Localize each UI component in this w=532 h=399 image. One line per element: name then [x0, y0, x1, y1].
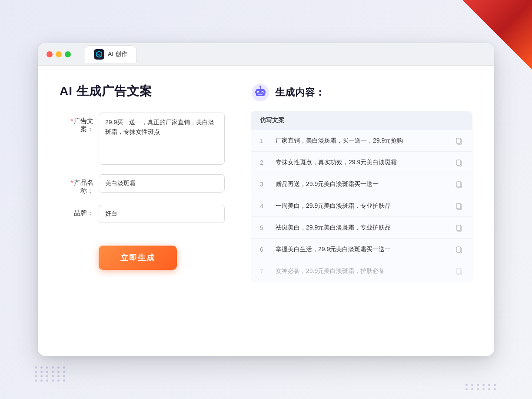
browser-content: AI 生成广告文案 *广告文案： 29.9买一送一，真正的厂家直销，美白淡斑霜，…: [38, 66, 494, 356]
row-text-3: 赠品再送，29.9元美白淡斑霜买一送一: [276, 180, 448, 189]
copy-icon-6[interactable]: [455, 245, 463, 254]
svg-rect-16: [456, 160, 461, 165]
minimize-button[interactable]: [56, 51, 62, 57]
close-button[interactable]: [47, 51, 53, 57]
copy-icon-5[interactable]: [455, 223, 463, 232]
row-text-1: 厂家直销，美白淡斑霜，买一送一，29.9元抢购: [276, 136, 448, 145]
row-number-1: 1: [260, 137, 269, 144]
table-header: 仿写文案: [251, 111, 472, 130]
copy-icon-3[interactable]: [455, 180, 463, 189]
row-text-6: 掌握美白生活，29.9元美白淡斑霜买一送一: [276, 245, 448, 254]
right-panel-title: 生成内容：: [275, 86, 325, 99]
copy-icon-4[interactable]: [455, 202, 463, 210]
svg-rect-20: [456, 203, 461, 209]
row-number-7: 7: [260, 268, 269, 275]
results-table: 仿写文案 1 厂家直销，美白淡斑霜，买一送一，29.9元抢购 2 专抹女性斑点，…: [251, 111, 472, 282]
brand-input[interactable]: [99, 205, 225, 223]
tab-bar: AI AI 创作: [85, 45, 136, 63]
copy-icon-7[interactable]: [455, 267, 463, 276]
row-number-5: 5: [260, 224, 269, 231]
tab-label: AI 创作: [108, 50, 127, 58]
bg-dots-left: [35, 366, 66, 382]
brand-label: 品牌：: [60, 205, 99, 217]
result-row-5: 5 祛斑美白，29.9元美白淡斑霜，专业护肤品: [251, 217, 472, 239]
result-row-2: 2 专抹女性斑点，真实功效，29.9元美白淡斑霜: [251, 152, 472, 173]
row-number-4: 4: [260, 203, 269, 209]
result-row-3: 3 赠品再送，29.9元美白淡斑霜买一送一: [251, 173, 472, 195]
product-name-label: *产品名称：: [60, 174, 99, 195]
svg-rect-22: [456, 225, 461, 230]
ad-text-required-star: *: [70, 117, 73, 124]
submit-button[interactable]: 立即生成: [99, 246, 177, 270]
bg-dots-right: [466, 384, 497, 390]
row-text-7: 女神必备，29.9元美白淡斑霜，护肤必备: [276, 266, 448, 276]
svg-rect-10: [258, 94, 263, 95]
ad-text-form-group: *广告文案： 29.9买一送一，真正的厂家直销，美白淡斑霜，专抹女性斑点: [60, 113, 225, 165]
left-panel: AI 生成广告文案 *广告文案： 29.9买一送一，真正的厂家直销，美白淡斑霜，…: [60, 83, 225, 339]
result-row-7: 7 女神必备，29.9元美白淡斑霜，护肤必备: [251, 260, 472, 282]
svg-point-7: [262, 92, 263, 93]
tab-ai-create[interactable]: AI AI 创作: [85, 45, 136, 63]
brand-form-group: 品牌：: [60, 205, 225, 223]
svg-rect-18: [456, 182, 461, 187]
svg-point-6: [258, 92, 259, 93]
copy-icon-2[interactable]: [455, 158, 463, 167]
svg-point-9: [259, 86, 261, 87]
ad-text-label: *广告文案：: [60, 113, 99, 133]
product-name-form-group: *产品名称：: [60, 174, 225, 195]
copy-icon-1[interactable]: [455, 136, 463, 145]
svg-rect-14: [456, 138, 461, 143]
svg-rect-11: [255, 91, 256, 93]
traffic-lights: [47, 51, 71, 57]
ad-text-input[interactable]: 29.9买一送一，真正的厂家直销，美白淡斑霜，专抹女性斑点: [99, 113, 225, 165]
result-row-4: 4 一周美白，29.9元美白淡斑霜，专业护肤品: [251, 195, 472, 217]
row-number-6: 6: [260, 246, 269, 253]
result-row-1: 1 厂家直销，美白淡斑霜，买一送一，29.9元抢购: [251, 130, 472, 152]
right-header: 生成内容：: [251, 83, 472, 102]
svg-text:AI: AI: [98, 53, 100, 56]
row-text-4: 一周美白，29.9元美白淡斑霜，专业护肤品: [276, 201, 448, 210]
row-number-3: 3: [260, 181, 269, 188]
right-panel: 生成内容： 仿写文案 1 厂家直销，美白淡斑霜，买一送一，29.9元抢购 2 专…: [251, 83, 472, 339]
result-row-6: 6 掌握美白生活，29.9元美白淡斑霜买一送一: [251, 239, 472, 260]
row-text-2: 专抹女性斑点，真实功效，29.9元美白淡斑霜: [276, 158, 448, 167]
ai-tab-icon: AI: [94, 49, 104, 60]
product-name-required-star: *: [70, 179, 73, 186]
svg-rect-24: [456, 247, 461, 252]
robot-icon: [251, 83, 270, 102]
row-number-2: 2: [260, 159, 269, 166]
svg-rect-26: [456, 269, 461, 274]
product-name-input[interactable]: [99, 174, 225, 193]
maximize-button[interactable]: [65, 51, 71, 57]
row-text-5: 祛斑美白，29.9元美白淡斑霜，专业护肤品: [276, 223, 448, 232]
browser-window: AI AI 创作 AI 生成广告文案 *广告文案： 29.9买一送一，真正的厂家…: [38, 43, 494, 356]
svg-rect-12: [265, 91, 266, 93]
page-title: AI 生成广告文案: [60, 83, 225, 100]
browser-titlebar: AI AI 创作: [38, 43, 494, 66]
